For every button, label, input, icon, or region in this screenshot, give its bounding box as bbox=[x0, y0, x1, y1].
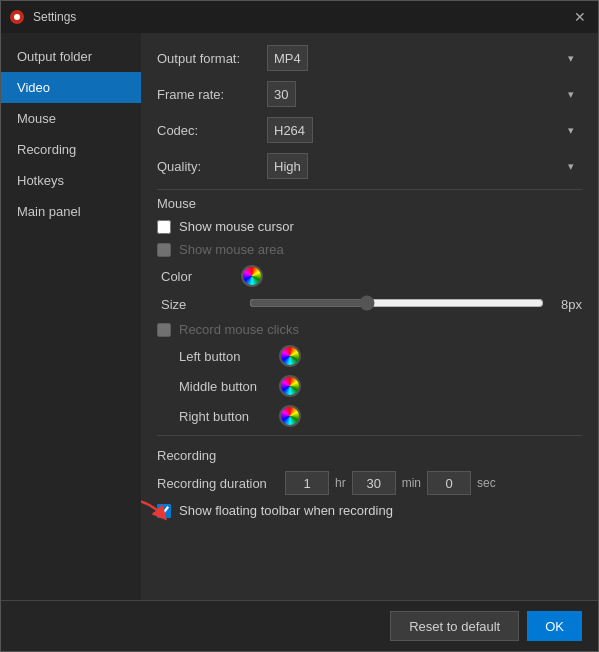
sec-unit: sec bbox=[477, 476, 496, 490]
quality-label: Quality: bbox=[157, 159, 267, 174]
quality-row: Quality: High bbox=[157, 153, 582, 179]
title-bar: Settings ✕ bbox=[1, 1, 598, 33]
middle-button-color[interactable] bbox=[279, 375, 301, 397]
show-toolbar-row: Show floating toolbar when recording bbox=[157, 503, 393, 518]
sidebar-item-recording[interactable]: Recording bbox=[1, 134, 141, 165]
app-icon bbox=[9, 9, 25, 25]
color-picker[interactable] bbox=[241, 265, 263, 287]
frame-rate-select[interactable]: 30 bbox=[267, 81, 296, 107]
codec-row: Codec: H264 bbox=[157, 117, 582, 143]
hr-unit: hr bbox=[335, 476, 346, 490]
settings-window: Settings ✕ Output folder Video Mouse Rec… bbox=[0, 0, 599, 652]
output-format-row: Output format: MP4 bbox=[157, 45, 582, 71]
divider-2 bbox=[157, 435, 582, 436]
codec-select[interactable]: H264 bbox=[267, 117, 313, 143]
footer: Reset to default OK bbox=[1, 600, 598, 651]
middle-button-label: Middle button bbox=[179, 379, 279, 394]
divider-1 bbox=[157, 189, 582, 190]
toolbar-row: Show floating toolbar when recording bbox=[157, 503, 582, 518]
mouse-section-title: Mouse bbox=[157, 196, 582, 211]
duration-hr-input[interactable] bbox=[285, 471, 329, 495]
reset-button[interactable]: Reset to default bbox=[390, 611, 519, 641]
left-button-row: Left button bbox=[157, 345, 582, 367]
sidebar-item-hotkeys[interactable]: Hotkeys bbox=[1, 165, 141, 196]
record-clicks-checkbox[interactable] bbox=[157, 323, 171, 337]
recording-section: Recording Recording duration hr min sec bbox=[157, 448, 582, 518]
show-toolbar-label: Show floating toolbar when recording bbox=[179, 503, 393, 518]
right-button-color[interactable] bbox=[279, 405, 301, 427]
content-area: Output folder Video Mouse Recording Hotk… bbox=[1, 33, 598, 600]
size-label: Size bbox=[161, 297, 241, 312]
frame-rate-row: Frame rate: 30 bbox=[157, 81, 582, 107]
arrow-indicator bbox=[141, 493, 167, 523]
close-button[interactable]: ✕ bbox=[570, 7, 590, 27]
frame-rate-label: Frame rate: bbox=[157, 87, 267, 102]
show-cursor-checkbox[interactable] bbox=[157, 220, 171, 234]
min-unit: min bbox=[402, 476, 421, 490]
show-cursor-label: Show mouse cursor bbox=[179, 219, 294, 234]
size-row: Size 8px bbox=[157, 295, 582, 314]
show-cursor-row: Show mouse cursor bbox=[157, 219, 582, 234]
frame-rate-select-wrapper: 30 bbox=[267, 81, 582, 107]
size-value: 8px bbox=[552, 297, 582, 312]
show-area-label: Show mouse area bbox=[179, 242, 284, 257]
record-clicks-row: Record mouse clicks bbox=[157, 322, 582, 337]
record-clicks-label: Record mouse clicks bbox=[179, 322, 299, 337]
duration-min-input[interactable] bbox=[352, 471, 396, 495]
color-row: Color bbox=[157, 265, 582, 287]
show-area-row: Show mouse area bbox=[157, 242, 582, 257]
left-button-label: Left button bbox=[179, 349, 279, 364]
main-panel: Output format: MP4 Frame rate: 30 Codec: bbox=[141, 33, 598, 600]
recording-section-title: Recording bbox=[157, 448, 582, 463]
output-format-select-wrapper: MP4 bbox=[267, 45, 582, 71]
size-slider[interactable] bbox=[249, 295, 544, 311]
duration-label: Recording duration bbox=[157, 476, 277, 491]
output-format-label: Output format: bbox=[157, 51, 267, 66]
color-label: Color bbox=[161, 269, 241, 284]
duration-sec-input[interactable] bbox=[427, 471, 471, 495]
left-button-color[interactable] bbox=[279, 345, 301, 367]
sidebar-item-output-folder[interactable]: Output folder bbox=[1, 41, 141, 72]
ok-button[interactable]: OK bbox=[527, 611, 582, 641]
title-bar-title: Settings bbox=[33, 10, 570, 24]
middle-button-row: Middle button bbox=[157, 375, 582, 397]
duration-row: Recording duration hr min sec bbox=[157, 471, 582, 495]
show-area-checkbox[interactable] bbox=[157, 243, 171, 257]
sidebar: Output folder Video Mouse Recording Hotk… bbox=[1, 33, 141, 600]
size-slider-wrapper bbox=[249, 295, 544, 314]
right-button-label: Right button bbox=[179, 409, 279, 424]
codec-label: Codec: bbox=[157, 123, 267, 138]
codec-select-wrapper: H264 bbox=[267, 117, 582, 143]
sidebar-item-mouse[interactable]: Mouse bbox=[1, 103, 141, 134]
quality-select-wrapper: High bbox=[267, 153, 582, 179]
sidebar-item-main-panel[interactable]: Main panel bbox=[1, 196, 141, 227]
output-format-select[interactable]: MP4 bbox=[267, 45, 308, 71]
svg-point-1 bbox=[14, 14, 20, 20]
right-button-row: Right button bbox=[157, 405, 582, 427]
sidebar-item-video[interactable]: Video bbox=[1, 72, 141, 103]
quality-select[interactable]: High bbox=[267, 153, 308, 179]
